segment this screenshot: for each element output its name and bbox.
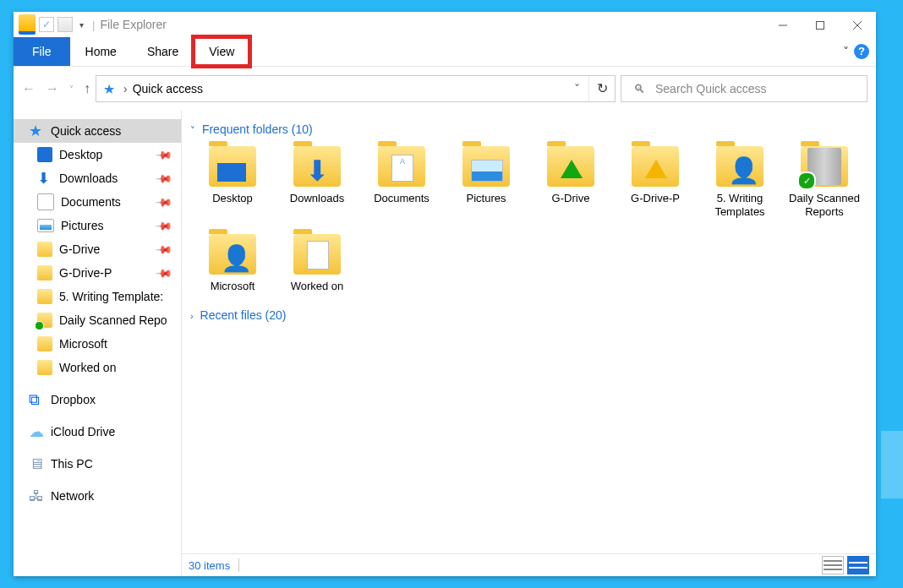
nav-forward-button[interactable]: → — [46, 81, 59, 96]
sidebar-item-microsoft[interactable]: Microsoft — [14, 332, 181, 356]
nav-up-button[interactable]: ↑ — [84, 81, 90, 96]
qat-checkbox-icon[interactable]: ✓ — [39, 17, 54, 32]
view-details-button[interactable] — [822, 556, 844, 574]
nav-history-dropdown[interactable]: ˅ — [69, 84, 74, 94]
pin-icon: 📌 — [155, 264, 173, 282]
breadcrumb-separator[interactable]: › — [122, 82, 129, 95]
close-button[interactable] — [839, 12, 876, 37]
sidebar-item-label: Downloads — [59, 172, 118, 185]
sync-check-badge-icon — [797, 172, 816, 190]
pin-icon: 📌 — [155, 145, 173, 164]
ribbon-tabs: File Home Share View ˅ ? — [14, 37, 876, 67]
section-label: Frequent folders (10) — [202, 122, 313, 136]
nav-row: ← → ˅ ↑ ★ › Quick access ˅ ↻ 🔍︎ — [14, 67, 876, 111]
folder-item[interactable]: ⬇Downloads — [275, 143, 359, 231]
folder-icon — [37, 265, 52, 280]
tab-file[interactable]: File — [14, 37, 70, 66]
sidebar-item-pictures[interactable]: Pictures 📌 — [14, 214, 181, 237]
pictures-icon — [37, 219, 54, 232]
desktop-icon — [37, 147, 52, 162]
folder-large-icon — [209, 146, 256, 187]
nav-sidebar: ★ Quick access Desktop 📌 ⬇ Downloads 📌 D… — [14, 111, 181, 576]
desktop-taskbar-hint — [881, 431, 903, 498]
qat-dropdown-icon[interactable]: ▾ — [76, 20, 87, 30]
file-explorer-window: ✓ ▾ | File Explorer File Home Share View… — [14, 12, 876, 576]
status-item-count: 30 items — [189, 559, 230, 572]
folder-item[interactable]: Daily Scanned Reports — [782, 143, 867, 231]
folder-large-icon — [547, 146, 594, 187]
section-frequent-folders[interactable]: ˅ Frequent folders (10) — [187, 119, 869, 143]
sidebar-item-gdrive-p[interactable]: G-Drive-P 📌 — [14, 261, 181, 285]
tab-view[interactable]: View — [194, 37, 249, 66]
help-icon[interactable]: ? — [854, 44, 869, 59]
sidebar-item-network[interactable]: 🖧 Network — [14, 484, 181, 508]
folder-label: Documents — [374, 192, 430, 205]
sidebar-item-label: Documents — [61, 195, 121, 209]
folder-icon — [37, 242, 52, 257]
qat-properties-icon[interactable] — [57, 17, 73, 32]
section-recent-files[interactable]: › Recent files (20) — [187, 305, 869, 329]
sidebar-item-documents[interactable]: Documents 📌 — [14, 190, 181, 214]
folder-label: 5. Writing Templates — [699, 192, 780, 219]
tab-home[interactable]: Home — [70, 37, 132, 66]
sidebar-item-label: Dropbox — [51, 393, 96, 406]
star-icon: ★ — [29, 123, 44, 139]
folder-item[interactable]: Worked on — [275, 231, 359, 305]
maximize-button[interactable] — [802, 12, 839, 37]
search-input[interactable] — [654, 81, 867, 96]
folder-sync-icon — [37, 313, 52, 328]
frequent-folders-grid: Desktop⬇DownloadsDocumentsPicturesG-Driv… — [187, 143, 869, 305]
sidebar-item-gdrive[interactable]: G-Drive 📌 — [14, 237, 181, 261]
sidebar-item-desktop[interactable]: Desktop 📌 — [14, 143, 181, 166]
sidebar-item-label: Pictures — [61, 219, 104, 232]
dropbox-icon: ⧉ — [29, 392, 44, 407]
folder-label: Desktop — [212, 192, 253, 205]
search-box[interactable]: 🔍︎ — [621, 75, 867, 102]
svg-rect-1 — [817, 21, 824, 29]
sidebar-item-label: Daily Scanned Repo — [59, 313, 167, 327]
refresh-button[interactable]: ↻ — [588, 76, 615, 101]
folder-large-icon — [801, 146, 848, 187]
pin-icon: 📌 — [155, 193, 173, 211]
nav-back-button[interactable]: ← — [22, 81, 36, 96]
window-title: File Explorer — [100, 18, 167, 31]
folder-label: Pictures — [467, 192, 506, 205]
sidebar-item-label: Desktop — [59, 148, 102, 161]
document-icon — [37, 193, 54, 210]
sidebar-item-writing-templates[interactable]: 5. Writing Template: — [14, 285, 181, 308]
sidebar-item-label: This PC — [51, 457, 93, 471]
sidebar-item-daily-scanned[interactable]: Daily Scanned Repo — [14, 308, 181, 332]
sidebar-item-downloads[interactable]: ⬇ Downloads 📌 — [14, 166, 181, 190]
icloud-icon: ☁ — [29, 424, 44, 439]
folder-icon — [37, 360, 52, 375]
sidebar-item-quick-access[interactable]: ★ Quick access — [14, 119, 181, 143]
sidebar-item-this-pc[interactable]: 🖥 This PC — [14, 452, 181, 476]
section-label: Recent files (20) — [200, 308, 287, 322]
sidebar-item-dropbox[interactable]: ⧉ Dropbox — [14, 388, 181, 411]
view-icons-button[interactable] — [847, 556, 869, 574]
folder-item[interactable]: Desktop — [190, 143, 275, 231]
sidebar-item-icloud[interactable]: ☁ iCloud Drive — [14, 420, 181, 444]
folder-label: Daily Scanned Reports — [784, 192, 865, 219]
address-bar[interactable]: ★ › Quick access ˅ ↻ — [96, 75, 616, 102]
folder-item[interactable]: G-Drive-P — [613, 143, 698, 231]
sidebar-item-label: Network — [51, 489, 94, 503]
folder-item[interactable]: Pictures — [444, 143, 528, 231]
breadcrumb-quick-access[interactable]: Quick access — [129, 82, 206, 95]
pin-icon: 📌 — [155, 216, 173, 235]
tab-share[interactable]: Share — [132, 37, 194, 66]
app-folder-icon — [19, 14, 36, 35]
folder-label: Worked on — [291, 280, 344, 293]
folder-item[interactable]: G-Drive — [528, 143, 613, 231]
title-separator: | — [92, 19, 95, 31]
chevron-right-icon: › — [190, 311, 194, 321]
address-dropdown-icon[interactable]: ˅ — [566, 82, 588, 95]
folder-item[interactable]: 👤Microsoft — [190, 231, 275, 305]
pc-icon: 🖥 — [29, 456, 44, 471]
minimize-button[interactable] — [764, 12, 802, 37]
ribbon-expand-icon[interactable]: ˅ — [843, 45, 849, 58]
folder-item[interactable]: 👤5. Writing Templates — [698, 143, 782, 231]
sidebar-item-worked-on[interactable]: Worked on — [14, 356, 181, 379]
folder-item[interactable]: Documents — [359, 143, 444, 231]
folder-label: G-Drive — [552, 192, 590, 205]
